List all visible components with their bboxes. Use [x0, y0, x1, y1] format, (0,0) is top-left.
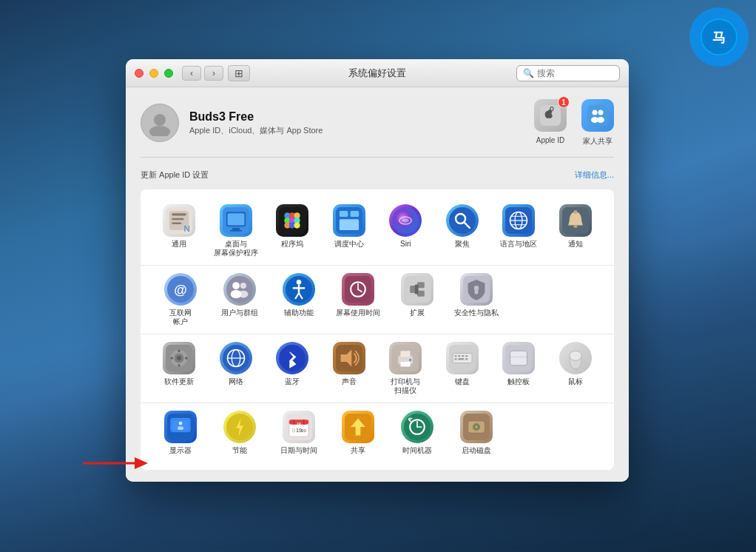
sound-pref[interactable]: 声音 [321, 339, 378, 398]
search-box[interactable]: 🔍 [516, 65, 620, 81]
avatar[interactable] [141, 104, 179, 142]
profile-section: Buds3 Free Apple ID、iCloud、媒体与 App Store… [141, 99, 614, 158]
screentime-pref[interactable]: 屏幕使用时间 [328, 270, 388, 329]
svg-rect-51 [573, 226, 577, 228]
forward-button[interactable]: › [204, 66, 223, 81]
svg-point-10 [598, 110, 604, 115]
internet-label: 互联网 帐户 [169, 309, 192, 326]
network-pref[interactable]: 网络 [208, 339, 265, 398]
svg-rect-116 [177, 433, 184, 434]
svg-rect-16 [172, 218, 183, 220]
svg-rect-117 [175, 435, 186, 437]
mission-icon [333, 204, 365, 237]
notification-pref[interactable]: 通知 [547, 201, 604, 260]
search-input[interactable] [537, 68, 618, 78]
svg-rect-23 [230, 230, 242, 232]
launchpad-icon [276, 204, 308, 237]
svg-point-81 [177, 356, 182, 361]
svg-text:日: 日 [291, 428, 296, 433]
window-title: 系统偏好设置 [348, 67, 406, 80]
startup-label: 启动磁盘 [462, 446, 491, 455]
mouse-pref[interactable]: 鼠标 [547, 339, 604, 398]
timemachine-label: 时间机器 [402, 446, 432, 455]
svg-rect-101 [458, 355, 460, 357]
display-label: 显示器 [169, 446, 192, 455]
display-icon [164, 411, 197, 443]
internet-pref[interactable]: @ 互联网 帐户 [151, 270, 210, 329]
notification-icon [559, 204, 592, 237]
desktop-pref[interactable]: 桌面与 屏幕保护程序 [208, 201, 265, 260]
svg-point-12 [597, 117, 604, 123]
profile-name: Buds3 Free [189, 110, 323, 124]
svg-rect-22 [232, 228, 240, 230]
trackpad-pref[interactable]: 触控板 [490, 339, 547, 398]
startup-pref[interactable]: 启动磁盘 [447, 408, 506, 458]
svg-point-55 [226, 276, 253, 303]
printer-label: 打印机与 扫描仪 [391, 377, 420, 395]
sharing-pref[interactable]: 共享 [328, 408, 388, 458]
close-button[interactable] [135, 69, 144, 78]
siri-pref[interactable]: Siri [377, 201, 434, 260]
system-preferences-window: ‹ › ⊞ 系统偏好设置 🔍 Buds3 Free Apple ID、 [126, 59, 629, 482]
timemachine-pref[interactable]: 时间机器 [388, 408, 447, 458]
family-share-label: 家人共享 [583, 136, 612, 147]
profile-actions: 1 Apple ID 家人共享 [534, 99, 614, 147]
general-pref[interactable]: N 通用 [151, 201, 208, 260]
users-pref[interactable]: 用户与群组 [210, 270, 269, 329]
printer-pref[interactable]: 打印机与 扫描仪 [377, 339, 434, 398]
datetime-pref[interactable]: 10 19 日 20 日期与时间 [269, 408, 328, 458]
apple-id-action[interactable]: 1 Apple ID [534, 99, 567, 147]
users-icon [223, 273, 256, 306]
maximize-button[interactable] [164, 69, 173, 78]
svg-rect-21 [227, 213, 244, 225]
internet-icon: @ [164, 273, 197, 306]
energy-icon [223, 411, 256, 443]
general-icon: N [163, 204, 195, 237]
software-pref[interactable]: 软件更新 [151, 339, 208, 398]
svg-text:10: 10 [297, 423, 301, 426]
svg-rect-74 [415, 284, 419, 294]
svg-point-9 [593, 110, 598, 115]
svg-rect-8 [587, 105, 608, 126]
keyboard-pref[interactable]: 键盘 [434, 339, 491, 398]
svg-point-33 [294, 222, 300, 228]
preferences-content: Buds3 Free Apple ID、iCloud、媒体与 App Store… [126, 87, 629, 482]
back-button[interactable]: ‹ [182, 66, 201, 81]
launchpad-pref[interactable]: 程序坞 [264, 201, 321, 260]
svg-point-139 [475, 425, 477, 428]
svg-rect-100 [454, 355, 456, 357]
spotlight-pref[interactable]: 聚焦 [434, 201, 491, 260]
bluetooth-label: 蓝牙 [285, 377, 300, 386]
svg-point-97 [409, 359, 411, 361]
bluetooth-pref[interactable]: 蓝牙 [264, 339, 321, 398]
minimize-button[interactable] [149, 69, 158, 78]
svg-marker-3 [135, 457, 148, 469]
energy-label: 节能 [232, 446, 247, 455]
svg-point-59 [238, 291, 248, 298]
mission-pref[interactable]: 调度中心 [321, 201, 378, 260]
software-icon [163, 342, 195, 374]
security-icon [460, 273, 493, 306]
grid-view-button[interactable]: ⊞ [228, 65, 250, 81]
svg-rect-35 [340, 211, 348, 217]
network-label: 网络 [229, 377, 243, 386]
family-share-action[interactable]: 家人共享 [581, 99, 614, 147]
detail-link[interactable]: 详细信息... [575, 169, 614, 181]
svg-text:20: 20 [301, 428, 306, 433]
security-pref[interactable]: 安全性与隐私 [447, 270, 506, 329]
mission-label: 调度中心 [334, 240, 364, 249]
launchpad-label: 程序坞 [281, 240, 303, 249]
general-label: 通用 [172, 240, 186, 249]
display-pref[interactable]: 显示器 [151, 408, 210, 458]
energy-pref[interactable]: 节能 [210, 408, 269, 458]
startup-icon [460, 411, 493, 443]
svg-point-61 [297, 280, 302, 285]
extensions-pref[interactable]: 扩展 [388, 270, 447, 329]
traffic-lights [135, 69, 173, 78]
svg-rect-95 [401, 351, 411, 357]
language-pref[interactable]: 语言与地区 [490, 201, 547, 260]
software-label: 软件更新 [164, 377, 194, 386]
keyboard-label: 键盘 [455, 377, 470, 386]
svg-point-118 [179, 422, 183, 425]
accessibility-pref[interactable]: 辅助功能 [269, 270, 328, 329]
